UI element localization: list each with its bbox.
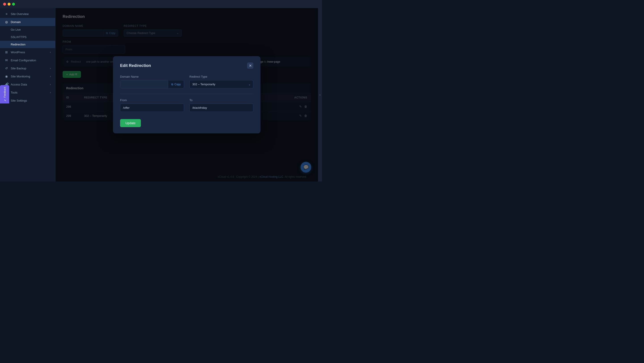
modal-to-input[interactable]: /blackfriday (190, 104, 253, 112)
modal-domain-name-group: Domain Name ⧉ Copy (120, 75, 184, 88)
go-live-label: Go Live (11, 28, 21, 31)
feedback-label: Feedback (3, 87, 6, 98)
sidebar-item-domain[interactable]: ◎ Domain (0, 18, 55, 26)
feedback-icon: ✎ (3, 99, 6, 102)
sidebar-item-label: Site Monitoring (11, 75, 30, 78)
redirection-label: Redirection (11, 43, 26, 46)
modal-redirect-type-wrapper: 302 – Temporarily 301 – Permanently 307 … (190, 80, 253, 88)
titlebar-maximize-btn[interactable] (12, 3, 15, 6)
modal-update-button[interactable]: Update (120, 119, 141, 127)
modal-header: Edit Redirection ✕ (120, 63, 253, 69)
sidebar-item-label: Site Overview (11, 12, 28, 16)
modal-from-label: From (120, 99, 184, 102)
domain-icon: ◎ (4, 20, 8, 24)
sidebar-item-label: Access Data (11, 83, 27, 86)
wordpress-icon: ⊞ (4, 50, 8, 54)
modal-close-button[interactable]: ✕ (247, 63, 253, 69)
sidebar-item-label: Site Backup (11, 67, 26, 70)
site-overview-icon: ≡ (4, 12, 8, 16)
chevron-right-icon: › (50, 91, 51, 94)
feedback-button[interactable]: ✎ Feedback (0, 85, 9, 103)
sidebar-item-wordpress[interactable]: ⊞ WordPress › (0, 48, 55, 56)
modal-redirect-type-label: Redirect Type (190, 75, 253, 78)
modal-form-row-1: Domain Name ⧉ Copy Redirect Type (120, 75, 253, 88)
chevron-right-icon: › (50, 75, 51, 78)
modal-redirect-type-select[interactable]: 302 – Temporarily 301 – Permanently 307 … (190, 80, 253, 88)
modal-form-row-2: From /offer To /blackfriday (120, 99, 253, 112)
modal-domain-name-label: Domain Name (120, 75, 184, 78)
sidebar-item-site-backup[interactable]: ↺ Site Backup › (0, 64, 55, 72)
sidebar-item-label: Tools (11, 91, 18, 94)
sidebar-item-label: Site Settings (11, 99, 27, 102)
monitoring-icon: ◉ (4, 75, 8, 78)
modal-overlay: Edit Redirection ✕ Domain Name ⧉ Copy (56, 8, 318, 182)
edit-redirection-modal: Edit Redirection ✕ Domain Name ⧉ Copy (113, 56, 260, 133)
sidebar-item-email-configuration[interactable]: ✉ Email Configuration (0, 56, 55, 64)
titlebar (0, 0, 322, 8)
email-icon: ✉ (4, 58, 8, 62)
modal-to-label: To (190, 99, 253, 102)
chevron-right-icon: › (50, 67, 51, 70)
ssl-https-label: SSL/HTTPS (11, 35, 26, 39)
sidebar: ≡ Site Overview ◎ Domain Go Live SSL/HTT… (0, 8, 56, 182)
modal-copy-button[interactable]: ⧉ Copy (168, 81, 184, 88)
modal-title: Edit Redirection (120, 63, 151, 68)
sidebar-item-redirection[interactable]: Redirection (0, 41, 55, 48)
modal-to-group: To /blackfriday (190, 99, 253, 112)
modal-from-group: From /offer (120, 99, 184, 112)
chevron-right-icon: › (50, 51, 51, 54)
modal-divider (120, 94, 253, 94)
right-collapse-handle[interactable]: ‹ (318, 8, 322, 182)
sidebar-item-site-monitoring[interactable]: ◉ Site Monitoring › (0, 72, 55, 80)
chevron-right-icon: › (50, 83, 51, 86)
modal-redirect-type-group: Redirect Type 302 – Temporarily 301 – Pe… (190, 75, 253, 88)
backup-icon: ↺ (4, 67, 8, 70)
titlebar-minimize-btn[interactable] (8, 3, 10, 6)
copy-icon: ⧉ (171, 83, 173, 86)
sidebar-item-go-live[interactable]: Go Live (0, 26, 55, 33)
chevron-left-icon: ‹ (320, 93, 320, 97)
sidebar-item-label: Domain (11, 20, 21, 24)
sidebar-item-site-overview[interactable]: ≡ Site Overview (0, 10, 55, 18)
modal-domain-name-input[interactable] (120, 80, 168, 88)
sidebar-item-label: WordPress (11, 51, 25, 54)
sidebar-item-label: Email Configuration (11, 59, 36, 62)
main-content: Redirection Domain Name ⧉ Copy Redirect … (56, 8, 318, 182)
sidebar-item-ssl-https[interactable]: SSL/HTTPS (0, 33, 55, 41)
titlebar-close-btn[interactable] (3, 3, 6, 6)
modal-domain-input-wrapper: ⧉ Copy (120, 80, 184, 88)
modal-from-input[interactable]: /offer (120, 104, 184, 112)
